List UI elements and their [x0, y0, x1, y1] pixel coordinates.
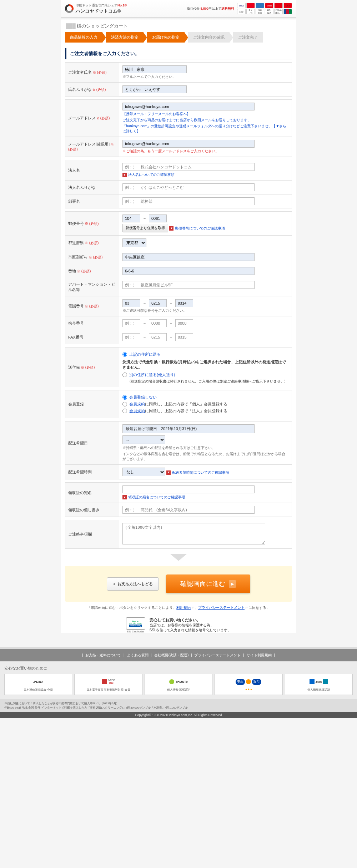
zip-hint-link[interactable]: 郵便番号についてのご確認事項 [169, 226, 225, 231]
receipt-note-input[interactable] [122, 506, 255, 514]
privacy-link[interactable]: プライバシーステートメント [198, 606, 245, 610]
fax3-input[interactable] [175, 333, 193, 341]
trust-badge: JPAC個人情報保護認証 [285, 674, 353, 695]
dept-input[interactable] [122, 197, 255, 205]
corp-kana-input[interactable] [122, 183, 255, 191]
tel1-input[interactable] [122, 299, 140, 307]
header: 印鑑ネット通販専門店シェアNo.1® ハンコヤドットコム® 商品代金 5,500… [61, 0, 296, 18]
tel3-input[interactable] [175, 299, 193, 307]
receipt-name-input[interactable] [122, 485, 255, 493]
trust-badge: 安心取引★★★ [215, 674, 282, 695]
mob3-input[interactable] [175, 319, 193, 327]
mob1-input[interactable] [122, 319, 140, 327]
mob2-input[interactable] [149, 319, 167, 327]
step-1: 商品情報の入力 [65, 32, 102, 43]
footer-links: | お支払・送料について | よくある質問 | 会社概要(決済・配送) | プラ… [0, 649, 357, 661]
shipto-radio-same[interactable]: 上記の住所に送る [122, 352, 288, 357]
logo[interactable]: 印鑑ネット通販専門店シェアNo.1® ハンコヤドットコム® [65, 3, 127, 14]
down-arrow-icon [170, 554, 187, 561]
copyright: Copyright© 1998-2021Hankoya.com,Inc. All… [0, 712, 357, 718]
footer-link[interactable]: サイト利用規約 [245, 653, 273, 657]
ssl-area: digicert EV SECURE Click to Verify SSL C… [61, 617, 296, 633]
fax2-input[interactable] [149, 333, 167, 341]
zip1-input[interactable] [122, 214, 140, 222]
footer-link[interactable]: 会社概要(決済・配送) [153, 653, 190, 657]
register-radio-personal[interactable]: 会員規約に同意し、上記の内容で「個人」会員登録する [122, 401, 288, 407]
footer-link[interactable]: プライバシーステートメント [193, 653, 242, 657]
pref-select[interactable]: 東京都 [122, 238, 146, 247]
trust-badge: J-FEC認証日本電子商取引事業振興財団 会員 [74, 674, 142, 695]
terms-link[interactable]: 利用規約 [176, 606, 191, 610]
receipt-hint-link[interactable]: 領収証の宛名についてのご確認事項 [122, 495, 185, 500]
email-confirm-input[interactable] [122, 140, 255, 148]
bldg-input[interactable] [122, 281, 255, 289]
brand-name: ハンコヤドットコム® [76, 8, 127, 14]
payment-icons: VISANicos UFJ amzコンビニ代金引換銀行振込 月締め後払 [237, 3, 292, 14]
register-radio-none[interactable]: 会員登録しない [122, 395, 288, 400]
tel2-input[interactable] [149, 299, 167, 307]
confirm-button[interactable]: 確認画面に進む [166, 574, 250, 593]
zip2-input[interactable] [149, 214, 167, 222]
agree-note: 「確認画面に進む」ボタンをクリックすることにより、利用規約 ▢、プライバシーステ… [61, 605, 296, 610]
city-input[interactable] [122, 253, 255, 261]
register-radio-corp[interactable]: 会員規約に同意し、上記の内容で「法人」会員登録する [122, 408, 288, 414]
corp-hint-link[interactable]: 法人名についてのご確認事項 [122, 172, 175, 177]
logo-icon [65, 4, 74, 13]
footer: | お支払・送料について | よくある質問 | 会社概要(決済・配送) | プラ… [0, 647, 357, 718]
fax1-input[interactable] [122, 333, 140, 341]
email-input[interactable] [122, 103, 255, 110]
deliv-time-select[interactable]: なし [122, 468, 165, 476]
footer-link[interactable]: よくある質問 [126, 653, 150, 657]
deliv-time-hint-link[interactable]: 配送希望時間についてのご確認事項 [166, 470, 229, 475]
kana-input[interactable] [122, 85, 187, 93]
step-4: ご注文内容の確認 [188, 32, 230, 43]
contact-textarea[interactable] [122, 523, 265, 544]
trust-badge: TRUSTe個人情報保護認証 [145, 674, 212, 695]
back-button[interactable]: お支払方法へもどる [107, 577, 159, 591]
free-shipping-note: 商品代金 5,500円以上で送料無料 [187, 7, 234, 11]
section-heading: ご注文者情報をご入力ください。 [65, 48, 292, 59]
shipto-radio-other[interactable]: 別の住所に送る(他人送り) [122, 372, 288, 378]
addr-input[interactable] [122, 267, 255, 275]
trust-badge: J•DMA日本通信販売協会 会員 [4, 674, 72, 695]
step-3: お届け先の指定 [147, 32, 185, 43]
name-input[interactable] [122, 65, 187, 73]
corp-input[interactable] [122, 163, 255, 171]
step-2: 決済方法の指定 [106, 32, 144, 43]
checkout-steps: 商品情報の入力 決済方法の指定 お届け先の指定 ご注文内容の確認 ご注文完了 [61, 32, 296, 46]
step-5: ご注文完了 [233, 32, 263, 43]
earliest-delivery: 最短お届け可能日 2021年10月31日(日) [122, 424, 255, 433]
footer-link[interactable]: お支払・送料について [84, 653, 122, 657]
cart-title: ███ 様のショッピングカート [61, 20, 296, 32]
deliv-date-select[interactable]: -- [122, 435, 165, 444]
zip-lookup-button[interactable]: 郵便番号より住所を取得 [122, 224, 168, 232]
ssl-badge-icon[interactable]: digicert EV SECURE Click to Verify [126, 617, 145, 630]
